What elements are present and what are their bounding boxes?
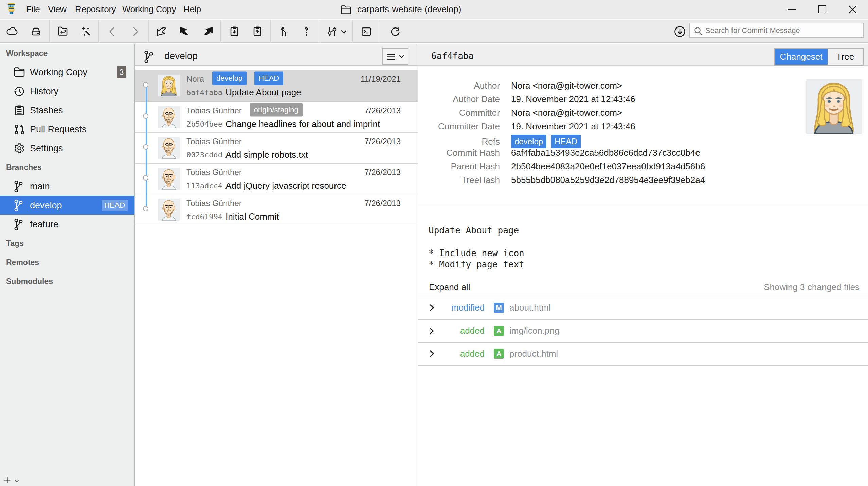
maximize-button[interactable] xyxy=(807,0,837,19)
fetch-button[interactable] xyxy=(152,22,171,41)
file-row-product[interactable]: added A product.html xyxy=(418,343,868,366)
commit-row[interactable]: Tobias Günther origin/staging 7/26/2013 … xyxy=(135,102,418,133)
file-status: added xyxy=(418,325,485,336)
tab-changeset[interactable]: Changeset xyxy=(775,49,828,65)
commit-row[interactable]: Tobias Günther 7/26/2013 fcd61994 Initia… xyxy=(135,194,418,225)
sidebar-item-pull-requests[interactable]: Pull Requests xyxy=(0,120,134,139)
gear-icon xyxy=(14,143,25,154)
back-button[interactable] xyxy=(103,22,122,41)
refresh-button[interactable] xyxy=(385,22,404,41)
toolbar-separator xyxy=(320,20,320,43)
working-copy-count-badge: 3 xyxy=(117,66,126,78)
menu-view[interactable]: View xyxy=(48,0,66,19)
commit-date: 11/19/2021 xyxy=(361,74,401,84)
commit-graph-node xyxy=(143,113,148,119)
refs-badges: develop HEAD xyxy=(511,135,585,148)
window-controls xyxy=(776,0,868,19)
sidebar-item-history[interactable]: History xyxy=(0,82,134,101)
close-button[interactable] xyxy=(837,0,868,19)
meta-row: Author Nora <nora@git-tower.com> xyxy=(418,79,868,92)
commit-row-text: Nora develop HEAD 11/19/2021 6af4faba Up… xyxy=(186,72,401,99)
menu-help[interactable]: Help xyxy=(183,0,201,19)
meta-row: TreeHash 5b55b5db080a5259d3e2d788954e3ee… xyxy=(418,173,868,187)
commit-row-text: Tobias Günther 7/26/2013 113adcc4 Add jQ… xyxy=(186,165,401,192)
file-row-about[interactable]: modified M about.html xyxy=(418,296,868,320)
sidebar-section-branches[interactable]: Branches xyxy=(0,158,134,177)
commit-row-line1: Tobias Günther 7/26/2013 xyxy=(186,134,401,148)
search-input[interactable] xyxy=(705,26,855,35)
commit-row-selected[interactable]: Nora develop HEAD 11/19/2021 6af4faba Up… xyxy=(135,70,418,102)
sidebar-section-submodules[interactable]: Submodules xyxy=(0,272,134,291)
commit-row[interactable]: Tobias Günther 7/26/2013 113adcc4 Add jQ… xyxy=(135,164,418,194)
status-badge-modified: M xyxy=(494,303,504,313)
commit-row-line2: fcd61994 Initial Commit xyxy=(186,210,401,223)
commit-graph-node xyxy=(143,175,148,181)
commit-row-line2: 0023cddd Add simple robots.txt xyxy=(186,148,401,161)
meta-committer: Nora <nora@git-tower.com> xyxy=(511,108,622,118)
meta-author: Nora <nora@git-tower.com> xyxy=(511,80,622,91)
commit-author: Nora xyxy=(186,74,204,84)
terminal-button[interactable] xyxy=(357,22,376,41)
commit-short-hash: 113adcc4 xyxy=(186,181,222,190)
commit-author: Tobias Günther xyxy=(186,136,242,146)
cloud-services-button[interactable] xyxy=(3,22,22,41)
commit-row-line1: Nora develop HEAD 11/19/2021 xyxy=(186,72,401,86)
sidebar-section-remotes[interactable]: Remotes xyxy=(0,253,134,272)
minimize-button[interactable] xyxy=(776,0,807,19)
branch-icon xyxy=(14,200,25,211)
local-repository-button[interactable] xyxy=(26,22,46,41)
stash-save-button[interactable] xyxy=(225,22,244,41)
list-options-button[interactable] xyxy=(382,48,408,65)
sidebar-item-branch-main[interactable]: main xyxy=(0,177,134,196)
meta-label: Author Date xyxy=(418,94,500,105)
menu-file[interactable]: File xyxy=(26,0,40,19)
commit-list: Nora develop HEAD 11/19/2021 6af4faba Up… xyxy=(135,67,418,225)
expand-all-button[interactable]: Expand all xyxy=(429,280,470,294)
changed-files-count: Showing 3 changed files xyxy=(764,280,860,294)
tab-tree[interactable]: Tree xyxy=(828,49,863,65)
sidebar-section-workspace[interactable]: Workspace xyxy=(0,44,134,63)
meta-commit-hash: 6af4faba153493e2ca56db86e6dcd737c3cc0b4e xyxy=(511,148,700,158)
commit-message: Initial Commit xyxy=(225,211,279,222)
pull-button[interactable] xyxy=(175,22,194,41)
file-row-icon[interactable]: added A img/icon.png xyxy=(418,320,868,343)
sidebar: Workspace Working Copy 3 History Stashes… xyxy=(0,44,135,486)
sidebar-item-stashes[interactable]: Stashes xyxy=(0,101,134,120)
remote-ref-badge: origin/staging xyxy=(250,103,303,116)
commit-row-line2: 6af4faba Update About page xyxy=(186,86,401,99)
magic-wand-button[interactable] xyxy=(76,22,95,41)
avatar-tobias xyxy=(158,168,180,190)
merge-button[interactable] xyxy=(275,22,294,41)
sidebar-item-working-copy[interactable]: Working Copy 3 xyxy=(0,63,134,82)
sidebar-item-branch-develop[interactable]: develop HEAD xyxy=(0,196,134,215)
sidebar-item-label: Settings xyxy=(30,143,63,154)
file-status: modified xyxy=(418,302,485,313)
meta-label: Committer Date xyxy=(418,121,500,132)
changed-files-list: modified M about.html added A img/icon.p… xyxy=(418,296,868,366)
sidebar-section-tags[interactable]: Tags xyxy=(0,234,134,253)
toolbar-separator xyxy=(352,20,353,43)
stash-apply-button[interactable] xyxy=(248,22,267,41)
menu-repository[interactable]: Repository xyxy=(75,0,116,19)
commit-details-panel: 6af4faba Changeset Tree Author Nora <nor… xyxy=(418,44,868,486)
download-commits-button[interactable] xyxy=(670,22,689,41)
toolbar-separator xyxy=(380,20,380,43)
add-repository-button[interactable] xyxy=(4,476,11,484)
sidebar-item-branch-feature[interactable]: feature xyxy=(0,215,134,234)
compare-button[interactable] xyxy=(323,22,350,41)
push-button[interactable] xyxy=(198,22,217,41)
sidebar-item-settings[interactable]: Settings xyxy=(0,139,134,158)
add-repository-menu-chevron[interactable] xyxy=(14,479,19,483)
sidebar-item-label: feature xyxy=(30,219,58,230)
open-repository-button[interactable] xyxy=(53,22,72,41)
toolbar xyxy=(0,20,868,43)
meta-label: Committer xyxy=(418,108,500,118)
commit-row[interactable]: Tobias Günther 7/26/2013 0023cddd Add si… xyxy=(135,133,418,164)
menu-working-copy[interactable]: Working Copy xyxy=(122,0,176,19)
avatar-nora-large xyxy=(806,79,862,134)
section-label: Submodules xyxy=(6,277,53,286)
rebase-button[interactable] xyxy=(297,22,316,41)
commit-graph-node xyxy=(143,206,148,211)
avatar-tobias xyxy=(158,199,180,221)
forward-button[interactable] xyxy=(126,22,145,41)
